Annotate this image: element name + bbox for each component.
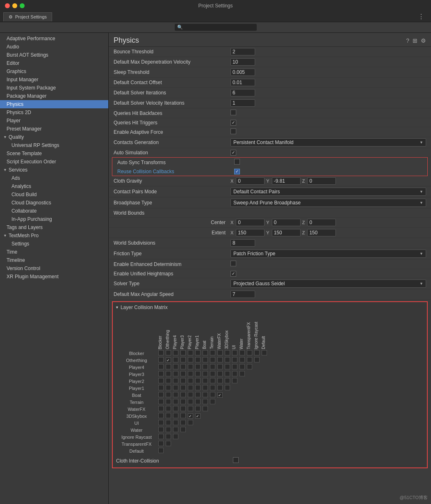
sidebar-item-universal-rp[interactable]: Universal RP Settings xyxy=(0,141,108,149)
extent-y[interactable] xyxy=(272,229,301,236)
matrix-checkbox[interactable] xyxy=(203,399,208,404)
matrix-checkbox[interactable] xyxy=(203,364,208,369)
matrix-checkbox[interactable] xyxy=(239,350,245,355)
matrix-checkbox[interactable] xyxy=(173,420,178,425)
matrix-checkbox[interactable] xyxy=(158,350,164,355)
matrix-checkbox[interactable] xyxy=(203,378,208,383)
minimize-button[interactable] xyxy=(12,3,17,8)
center-x[interactable] xyxy=(236,219,265,226)
matrix-checkbox[interactable] xyxy=(180,385,186,390)
project-settings-tab[interactable]: ⚙ Project Settings xyxy=(3,12,52,21)
matrix-checkbox[interactable] xyxy=(254,350,260,355)
solver-iter-input[interactable] xyxy=(230,89,255,96)
matrix-checkbox[interactable] xyxy=(158,399,164,404)
matrix-checkbox[interactable] xyxy=(225,364,230,369)
matrix-checkbox[interactable] xyxy=(239,371,245,376)
matrix-checkbox[interactable] xyxy=(210,385,215,390)
matrix-checkbox[interactable] xyxy=(210,357,215,362)
matrix-checkbox[interactable] xyxy=(247,350,252,355)
layout-icon[interactable]: ⊞ xyxy=(413,37,417,44)
matrix-checkbox[interactable] xyxy=(166,434,171,439)
sidebar-item-physics[interactable]: Physics xyxy=(0,100,108,108)
matrix-checkbox[interactable] xyxy=(166,385,171,390)
matrix-checkbox[interactable] xyxy=(180,350,186,355)
matrix-checkbox[interactable] xyxy=(166,420,171,425)
matrix-checkbox[interactable] xyxy=(173,350,178,355)
bounce-threshold-input[interactable] xyxy=(230,48,255,55)
sidebar-item-analytics[interactable]: Analytics xyxy=(0,182,108,190)
cloth-gravity-z[interactable] xyxy=(307,177,336,185)
extent-x[interactable] xyxy=(236,229,265,236)
matrix-checkbox[interactable] xyxy=(217,378,223,383)
matrix-checkbox[interactable] xyxy=(173,399,178,404)
matrix-checkbox[interactable] xyxy=(239,364,245,369)
sidebar-item-script-execution[interactable]: Script Execution Order xyxy=(0,158,108,166)
sidebar-item-textmesh-settings[interactable]: Settings xyxy=(0,240,108,248)
sidebar-item-input-system[interactable]: Input System Package xyxy=(0,84,108,92)
sidebar-item-burst-aot[interactable]: Burst AOT Settings xyxy=(0,51,108,59)
settings-gear-icon[interactable]: ⚙ xyxy=(421,37,426,44)
sidebar-item-cloud-build[interactable]: Cloud Build xyxy=(0,190,108,199)
search-input[interactable] xyxy=(185,25,254,30)
matrix-checkbox[interactable] xyxy=(158,441,164,446)
sidebar-item-version-control[interactable]: Version Control xyxy=(0,264,108,273)
matrix-checkbox[interactable] xyxy=(217,350,223,355)
matrix-checkbox[interactable] xyxy=(225,385,230,390)
sidebar-item-audio[interactable]: Audio xyxy=(0,43,108,51)
matrix-checkbox[interactable] xyxy=(195,378,201,383)
matrix-checkbox[interactable] xyxy=(166,413,171,418)
matrix-checkbox[interactable] xyxy=(195,350,201,355)
solver-vel-input[interactable] xyxy=(230,99,255,107)
matrix-checkbox[interactable] xyxy=(217,364,223,369)
matrix-checkbox[interactable] xyxy=(203,357,208,362)
sidebar-item-input-manager[interactable]: Input Manager xyxy=(0,76,108,84)
sidebar-item-tags-layers[interactable]: Tags and Layers xyxy=(0,223,108,231)
auto-sync-checkbox[interactable] xyxy=(234,159,240,165)
matrix-checkbox[interactable] xyxy=(203,385,208,390)
sidebar-item-collaborate[interactable]: Collaborate xyxy=(0,207,108,215)
matrix-checkbox[interactable] xyxy=(158,385,164,390)
matrix-checkbox[interactable] xyxy=(158,406,164,411)
heightmaps-checkbox[interactable] xyxy=(230,271,236,277)
matrix-checkbox[interactable] xyxy=(180,357,186,362)
sleep-input[interactable] xyxy=(230,69,255,76)
matrix-checkbox[interactable] xyxy=(173,364,178,369)
window-controls[interactable] xyxy=(5,3,25,8)
matrix-checkbox[interactable] xyxy=(173,406,178,411)
matrix-checkbox[interactable] xyxy=(180,406,186,411)
center-y[interactable] xyxy=(272,219,301,226)
matrix-checkbox[interactable] xyxy=(203,371,208,376)
sidebar-item-preset-manager[interactable]: Preset Manager xyxy=(0,125,108,133)
matrix-checkbox[interactable] xyxy=(210,378,215,383)
sidebar-item-package-manager[interactable]: Package Manager xyxy=(0,92,108,100)
solver-type-dropdown[interactable]: Projected Gauss Seidel ▼ xyxy=(230,279,426,288)
matrix-checkbox[interactable] xyxy=(166,371,171,376)
close-button[interactable] xyxy=(5,3,10,8)
sidebar-item-graphics[interactable]: Graphics xyxy=(0,67,108,76)
auto-sim-checkbox[interactable] xyxy=(230,150,236,156)
friction-dropdown[interactable]: Patch Friction Type ▼ xyxy=(230,250,426,258)
matrix-checkbox[interactable] xyxy=(232,364,237,369)
matrix-checkbox[interactable] xyxy=(166,350,171,355)
matrix-checkbox[interactable] xyxy=(188,399,193,404)
sidebar-item-adaptive-performance[interactable]: Adaptive Performance xyxy=(0,34,108,43)
matrix-checkbox[interactable] xyxy=(173,413,178,418)
matrix-checkbox[interactable] xyxy=(210,392,215,397)
matrix-checkbox[interactable] xyxy=(158,378,164,383)
matrix-checkbox[interactable] xyxy=(232,350,237,355)
matrix-checkbox[interactable] xyxy=(225,357,230,362)
sidebar-item-ads[interactable]: Ads xyxy=(0,174,108,182)
matrix-checkbox[interactable] xyxy=(158,357,164,362)
matrix-checkbox[interactable] xyxy=(217,385,223,390)
matrix-checkbox[interactable] xyxy=(158,427,164,432)
matrix-checkbox[interactable] xyxy=(195,399,201,404)
matrix-checkbox[interactable] xyxy=(195,385,201,390)
matrix-checkbox[interactable] xyxy=(188,420,193,425)
matrix-checkbox[interactable] xyxy=(158,371,164,376)
matrix-checkbox[interactable] xyxy=(188,385,193,390)
matrix-checkbox[interactable] xyxy=(180,413,186,418)
matrix-checkbox[interactable] xyxy=(232,371,237,376)
enhanced-det-checkbox[interactable] xyxy=(230,261,236,266)
matrix-checkbox[interactable] xyxy=(173,427,178,432)
sidebar-item-time[interactable]: Time xyxy=(0,248,108,256)
